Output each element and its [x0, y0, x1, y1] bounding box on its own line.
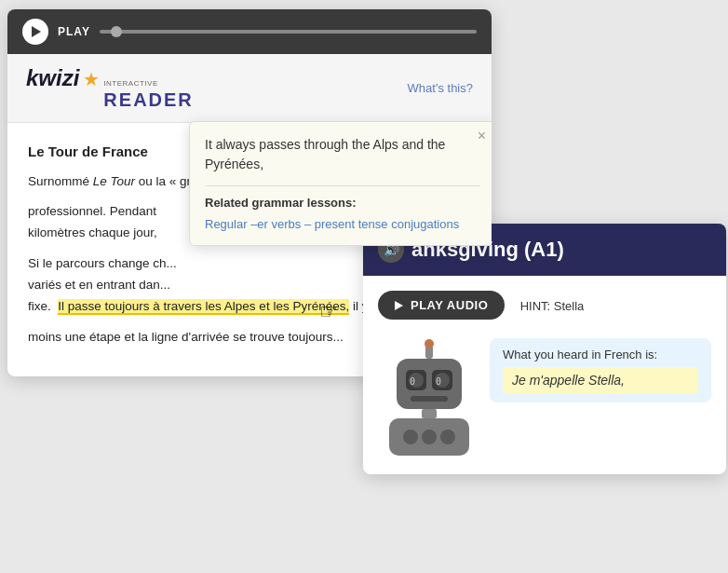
svg-point-13: [422, 430, 437, 444]
svg-rect-9: [411, 396, 448, 402]
thanksgiving-window: 🔊 anksgiving (A1) PLAY AUDIO HINT: Stell…: [363, 224, 726, 474]
tooltip-close-button[interactable]: ×: [478, 128, 486, 144]
tooltip-divider: [205, 185, 480, 186]
what-you-heard-box: What you heard in French is: Je m'appell…: [490, 338, 711, 402]
logo-text-group: interactive READER: [103, 80, 193, 111]
logo-interactive-text: interactive: [103, 80, 193, 88]
svg-rect-10: [422, 409, 437, 418]
tooltip-translation-text: It always passes through the Alps and th…: [205, 135, 480, 174]
tooltip-lesson-link[interactable]: Regular –er verbs – present tense conjug…: [205, 217, 459, 231]
whats-this-link[interactable]: What's this?: [408, 81, 473, 95]
french-text: Je m'appelle Stella,: [503, 367, 698, 393]
svg-text:0: 0: [410, 376, 415, 387]
speech-bubble-area: What you heard in French is: Je m'appell…: [490, 338, 711, 402]
play-icon: [32, 26, 41, 37]
play-button[interactable]: [22, 19, 48, 45]
robot-area: 0 0 What you heard in French is:: [378, 331, 711, 459]
highlighted-sentence[interactable]: Il passe toujours à travers les Alpes et…: [58, 299, 349, 315]
logo-kw-text: kwizi: [26, 65, 79, 91]
tooltip-related-label: Related grammar lessons:: [205, 196, 480, 210]
robot-mascot: 0 0: [369, 338, 490, 459]
svg-text:0: 0: [436, 376, 441, 387]
play-label: PLAY: [58, 25, 90, 38]
heard-label: What you heard in French is:: [503, 348, 698, 362]
svg-point-12: [403, 430, 418, 444]
progress-track[interactable]: [100, 30, 477, 34]
reader-header: kwizi ★ interactive READER What's this?: [7, 54, 492, 123]
logo-reader-text: READER: [103, 89, 193, 111]
logo-star-icon: ★: [83, 68, 100, 90]
progress-thumb: [111, 26, 122, 37]
play-audio-icon: [395, 301, 403, 310]
svg-point-1: [425, 339, 434, 348]
thanksgiving-content: PLAY AUDIO HINT: Stella 0: [363, 276, 726, 474]
tooltip-popup: × It always passes through the Alps and …: [189, 121, 492, 246]
kwiziq-logo: kwizi ★ interactive READER: [26, 65, 194, 111]
svg-point-14: [440, 430, 455, 444]
audio-controls-row: PLAY AUDIO HINT: Stella: [378, 291, 711, 320]
play-audio-label: PLAY AUDIO: [411, 298, 488, 312]
reader-toolbar: PLAY: [7, 9, 492, 54]
hint-text: HINT: Stella: [520, 299, 585, 313]
play-audio-button[interactable]: PLAY AUDIO: [378, 291, 505, 320]
